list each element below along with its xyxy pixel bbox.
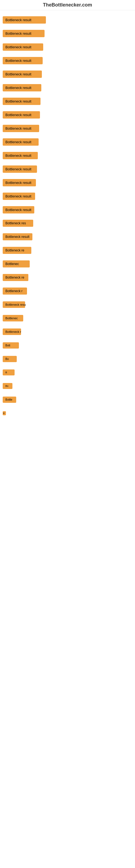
button-row: Bottleneck result bbox=[0, 27, 135, 40]
button-row: Bottleneck result bbox=[0, 122, 135, 135]
button-row: Bottleneck result bbox=[0, 230, 135, 244]
bottleneck-btn-8[interactable]: Bottleneck result bbox=[3, 111, 40, 119]
button-row: Bottleneck result bbox=[0, 108, 135, 122]
bottleneck-btn-25[interactable]: Bott bbox=[3, 342, 19, 348]
button-row: Bottleneck result bbox=[0, 203, 135, 216]
bottleneck-btn-6[interactable]: Bottleneck result bbox=[3, 84, 41, 91]
button-row: Bottle bbox=[0, 393, 135, 406]
bottleneck-btn-13[interactable]: Bottleneck result bbox=[3, 179, 36, 186]
site-title: TheBottlenecker.com bbox=[0, 0, 135, 10]
button-row: Bottleneck r bbox=[0, 284, 135, 298]
button-row: Bottleneck re bbox=[0, 244, 135, 257]
bottleneck-btn-15[interactable]: Bottleneck result bbox=[3, 206, 34, 214]
button-row: Bott bbox=[0, 339, 135, 352]
button-row: Bottleneck result bbox=[0, 176, 135, 189]
bottleneck-btn-28[interactable]: Bo bbox=[3, 383, 12, 389]
button-row: Bottleneck re bbox=[0, 271, 135, 284]
bottleneck-btn-14[interactable]: Bottleneck result bbox=[3, 193, 35, 200]
bottleneck-btn-23[interactable]: Bottlenec bbox=[3, 315, 23, 321]
button-row: Bottleneck resu bbox=[0, 298, 135, 311]
button-row: Bo bbox=[0, 352, 135, 366]
button-row: Bottlenec bbox=[0, 257, 135, 271]
bottleneck-btn-2[interactable]: Bottleneck result bbox=[3, 30, 45, 37]
bottleneck-btn-12[interactable]: Bottleneck result bbox=[3, 165, 37, 173]
button-row: Bo bbox=[0, 379, 135, 393]
buttons-container: Bottleneck resultBottleneck resultBottle… bbox=[0, 10, 135, 423]
bottleneck-btn-18[interactable]: Bottleneck re bbox=[3, 247, 31, 254]
bottleneck-btn-29[interactable]: Bottle bbox=[3, 397, 16, 403]
empty-section bbox=[0, 423, 135, 531]
button-row: Bottleneck result bbox=[0, 67, 135, 81]
button-row: Bottleneck result bbox=[0, 13, 135, 27]
bottleneck-btn-7[interactable]: Bottleneck result bbox=[3, 98, 41, 105]
bottleneck-btn-9[interactable]: Bottleneck result bbox=[3, 125, 39, 132]
button-row: Bottleneck result bbox=[0, 189, 135, 203]
bottleneck-btn-19[interactable]: Bottlenec bbox=[3, 260, 30, 268]
bottleneck-btn-5[interactable]: Bottleneck result bbox=[3, 70, 42, 78]
bottleneck-btn-30[interactable]: B bbox=[3, 411, 6, 415]
bottleneck-btn-1[interactable]: Bottleneck result bbox=[3, 16, 46, 24]
bottleneck-btn-10[interactable]: Bottleneck result bbox=[3, 138, 39, 146]
bottleneck-btn-16[interactable]: Bottleneck res bbox=[3, 220, 33, 227]
bottleneck-btn-21[interactable]: Bottleneck r bbox=[3, 287, 27, 294]
bottleneck-btn-11[interactable]: Bottleneck result bbox=[3, 152, 38, 159]
bottleneck-btn-4[interactable]: Bottleneck result bbox=[3, 57, 43, 64]
button-row: Bottleneck result bbox=[0, 135, 135, 149]
button-row: Bottleneck result bbox=[0, 81, 135, 94]
button-row: Bottleneck result bbox=[0, 149, 135, 162]
bottleneck-btn-24[interactable]: Bottleneck r bbox=[3, 329, 21, 335]
button-row: Bottleneck res bbox=[0, 216, 135, 230]
bottleneck-btn-26[interactable]: Bo bbox=[3, 356, 17, 362]
bottleneck-btn-3[interactable]: Bottleneck result bbox=[3, 43, 43, 51]
bottleneck-btn-17[interactable]: Bottleneck result bbox=[3, 233, 32, 240]
button-row: B bbox=[0, 366, 135, 379]
button-row: B bbox=[0, 406, 135, 420]
button-row: Bottleneck result bbox=[0, 40, 135, 54]
button-row: Bottleneck result bbox=[0, 94, 135, 108]
bottleneck-btn-27[interactable]: B bbox=[3, 369, 14, 375]
button-row: Bottleneck result bbox=[0, 54, 135, 67]
bottleneck-btn-22[interactable]: Bottleneck resu bbox=[3, 301, 25, 308]
button-row: Bottleneck result bbox=[0, 162, 135, 176]
bottleneck-btn-20[interactable]: Bottleneck re bbox=[3, 274, 28, 281]
button-row: Bottleneck r bbox=[0, 325, 135, 339]
button-row: Bottlenec bbox=[0, 311, 135, 325]
